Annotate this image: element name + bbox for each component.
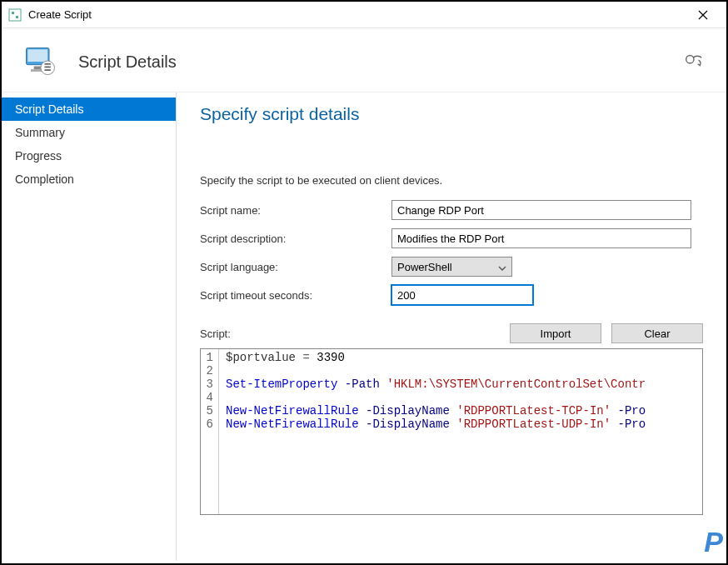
watermark-logo: P bbox=[704, 526, 720, 558]
sidebar-item-completion[interactable]: Completion bbox=[2, 168, 176, 191]
main-panel: Specify script details Specify the scrip… bbox=[177, 92, 726, 561]
label-script-language: Script language: bbox=[200, 261, 391, 273]
sidebar-item-summary[interactable]: Summary bbox=[2, 121, 176, 144]
titlebar: Create Script bbox=[2, 2, 726, 28]
clear-button[interactable]: Clear bbox=[611, 323, 703, 343]
svg-rect-8 bbox=[45, 63, 51, 65]
svg-rect-4 bbox=[27, 49, 47, 62]
script-description-input[interactable] bbox=[391, 228, 691, 248]
script-language-select[interactable]: PowerShell bbox=[391, 257, 512, 277]
svg-rect-9 bbox=[45, 67, 51, 68]
sidebar-item-script-details[interactable]: Script Details bbox=[2, 98, 176, 121]
main-heading: Specify script details bbox=[200, 104, 703, 124]
window-title: Create Script bbox=[28, 8, 92, 21]
close-button[interactable] bbox=[686, 2, 720, 28]
wizard-sidebar: Script Details Summary Progress Completi… bbox=[2, 92, 177, 561]
main-subtext: Specify the script to be executed on cli… bbox=[200, 174, 703, 187]
app-icon bbox=[8, 8, 22, 22]
help-icon[interactable] bbox=[683, 50, 706, 73]
monitor-icon bbox=[22, 43, 58, 80]
label-script-description: Script description: bbox=[200, 232, 391, 245]
line-gutter: 1 2 3 4 5 6 bbox=[201, 349, 219, 514]
label-script-timeout: Script timeout seconds: bbox=[200, 289, 391, 302]
script-timeout-input[interactable] bbox=[391, 285, 533, 305]
svg-rect-0 bbox=[9, 9, 21, 21]
script-name-input[interactable] bbox=[391, 200, 691, 220]
label-script-name: Script name: bbox=[200, 204, 391, 217]
import-button[interactable]: Import bbox=[510, 323, 601, 343]
label-script: Script: bbox=[200, 328, 231, 340]
page-title: Script Details bbox=[78, 52, 177, 72]
svg-rect-1 bbox=[12, 12, 14, 14]
svg-rect-10 bbox=[45, 69, 51, 71]
script-editor[interactable]: 1 2 3 4 5 6 $portvalue = 3390 Set-ItemPr… bbox=[200, 348, 703, 515]
code-area[interactable]: $portvalue = 3390 Set-ItemProperty -Path… bbox=[219, 349, 702, 514]
svg-point-11 bbox=[686, 56, 694, 63]
svg-rect-2 bbox=[16, 16, 18, 18]
wizard-header: Script Details bbox=[2, 28, 726, 92]
script-language-value: PowerShell bbox=[397, 261, 452, 273]
sidebar-item-progress[interactable]: Progress bbox=[2, 144, 176, 168]
chevron-down-icon bbox=[498, 261, 506, 273]
